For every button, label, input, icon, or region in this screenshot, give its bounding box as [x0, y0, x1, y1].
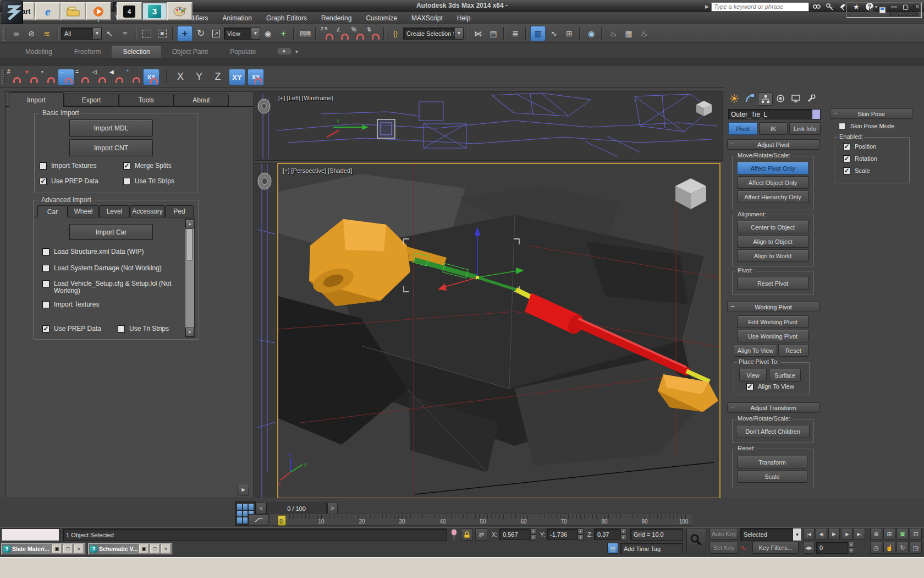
- zoom-icon[interactable]: ⊕: [870, 528, 882, 540]
- z-spinner[interactable]: ▲▼: [620, 528, 626, 540]
- toolbar-grip[interactable]: [2, 26, 6, 41]
- absolute-relative-toggle-icon[interactable]: ⇄: [475, 528, 487, 541]
- next-frame-button[interactable]: >: [327, 503, 338, 514]
- snap-face-center-icon[interactable]: ◀: [109, 69, 124, 84]
- restrict-x-button[interactable]: X: [173, 69, 188, 84]
- snap-xy-icon[interactable]: XY: [143, 69, 160, 85]
- select-object-icon[interactable]: ↖: [102, 26, 117, 41]
- taskbar-clock[interactable]: 13:29 07/12/2015: [889, 4, 918, 17]
- graphite-ribbon-toggle-icon[interactable]: ▥: [530, 26, 546, 41]
- adv-use-prep-data-checkbox[interactable]: ✓: [42, 325, 50, 332]
- maxscript-mini-listener[interactable]: [1, 528, 59, 541]
- paint-app-icon[interactable]: [167, 2, 193, 20]
- scroll-down-icon[interactable]: ▼: [185, 328, 194, 337]
- reset-pivot-button[interactable]: Reset Pivot: [737, 277, 809, 290]
- ik-mode-button[interactable]: IK: [759, 122, 788, 135]
- load-system-damage-checkbox[interactable]: [42, 265, 50, 272]
- play-animation-icon[interactable]: ▶: [828, 528, 840, 540]
- minimized-schematic-view[interactable]: Ӡ Schematic V... ▣ □ ×: [88, 543, 173, 555]
- rendered-frame-window-icon[interactable]: ▦: [622, 26, 636, 41]
- ribbon-tab-selection[interactable]: Selection: [112, 46, 161, 58]
- import-cnt-button[interactable]: Import CNT: [69, 139, 153, 156]
- default-tangents-icon[interactable]: ∿: [740, 544, 746, 552]
- close-window-icon[interactable]: ×: [74, 544, 84, 553]
- maximize-window-icon[interactable]: □: [150, 544, 160, 553]
- frame-spinner[interactable]: ▲▼: [848, 542, 854, 554]
- subscription-key-icon[interactable]: [824, 2, 835, 12]
- rotation-checkbox[interactable]: ✓: [843, 155, 850, 162]
- current-frame-field[interactable]: 0: [816, 542, 848, 554]
- adv-tab-accessory[interactable]: Accessory: [130, 205, 165, 217]
- tab-import[interactable]: Import: [9, 92, 64, 107]
- select-and-scale-icon[interactable]: ↗: [209, 26, 223, 41]
- add-time-tag[interactable]: Add Time Tag: [620, 543, 683, 554]
- affect-object-only-button[interactable]: Affect Object Only: [737, 176, 809, 189]
- center-to-object-button[interactable]: Center to Object: [737, 221, 809, 233]
- skin-pose-mode-checkbox[interactable]: [839, 123, 846, 130]
- zoom-region-icon[interactable]: ⊡: [910, 528, 922, 540]
- import-car-button[interactable]: Import Car: [69, 224, 153, 240]
- selection-filter-dropdown[interactable]: All ▼: [61, 28, 102, 40]
- prev-frame-button[interactable]: <: [256, 503, 266, 514]
- snap-grid-icon[interactable]: #: [7, 69, 22, 84]
- percent-snap-icon[interactable]: %: [351, 26, 365, 41]
- align-icon[interactable]: ▤: [486, 26, 501, 41]
- import-textures-checkbox[interactable]: [40, 162, 47, 170]
- reset-transform-button[interactable]: Transform: [737, 456, 807, 468]
- scroll-thumb[interactable]: [186, 228, 193, 260]
- mirror-icon[interactable]: ⋈: [471, 26, 485, 41]
- file-explorer-icon[interactable]: [61, 2, 86, 20]
- angle-snap-icon[interactable]: ∠: [336, 26, 350, 41]
- rectangular-selection-region-icon[interactable]: [140, 26, 154, 41]
- time-configuration-icon[interactable]: ◷: [870, 542, 882, 554]
- viewport-left-strip[interactable]: [255, 163, 277, 499]
- position-checkbox[interactable]: ✓: [843, 143, 850, 150]
- adv-import-textures-checkbox[interactable]: [42, 301, 50, 308]
- skin-pose-rollout[interactable]: –Skin Pose: [830, 108, 912, 119]
- adv-tab-car[interactable]: Car: [37, 205, 68, 217]
- keyboard-shortcut-override-icon[interactable]: ⌨: [298, 26, 312, 41]
- select-and-rotate-icon[interactable]: ↻: [194, 26, 208, 41]
- adjust-pivot-rollout[interactable]: –Adjust Pivot: [727, 139, 820, 150]
- spinner-snap-icon[interactable]: ⇅: [366, 26, 381, 41]
- z-coord-field[interactable]: 0.37: [594, 528, 620, 540]
- adv-tab-ped[interactable]: Ped: [165, 205, 194, 217]
- restrict-xy-plane-button[interactable]: XY: [229, 69, 245, 85]
- adv-use-tri-strips-checkbox[interactable]: [118, 325, 125, 332]
- y-coord-field[interactable]: -1.736: [547, 528, 578, 540]
- bind-to-space-warp-icon[interactable]: ≋: [40, 26, 54, 41]
- restrict-xy-snap-button[interactable]: XY: [248, 69, 264, 85]
- menu-animation[interactable]: Animation: [223, 14, 252, 22]
- go-to-end-icon[interactable]: ▶|: [854, 528, 865, 540]
- infocenter-expand-icon[interactable]: ▶: [705, 4, 709, 9]
- align-to-world-button[interactable]: Align to World: [737, 249, 809, 262]
- next-frame-icon[interactable]: |▶: [841, 528, 853, 540]
- layer-manager-icon[interactable]: ≣: [508, 26, 522, 41]
- motion-tab-icon[interactable]: [773, 92, 787, 105]
- utilities-tab-icon[interactable]: [804, 92, 818, 105]
- import-mdl-button[interactable]: Import MDL: [69, 119, 153, 137]
- reset-scale-button[interactable]: Scale: [737, 470, 807, 483]
- x-spinner[interactable]: ▲▼: [530, 528, 536, 540]
- selection-set-key-dropdown[interactable]: Selected ▼: [740, 528, 802, 541]
- snap-face-icon[interactable]: ◁: [92, 69, 107, 84]
- use-pivot-point-center-icon[interactable]: ◉: [261, 26, 275, 41]
- display-tab-icon[interactable]: [789, 92, 802, 105]
- load-structure-checkbox[interactable]: [42, 248, 50, 255]
- snap-endpoint-icon[interactable]: —: [58, 69, 74, 85]
- tab-tools[interactable]: Tools: [119, 94, 174, 106]
- search-icon[interactable]: [811, 2, 822, 12]
- snap-frozen-icon[interactable]: *: [126, 69, 141, 84]
- place-pivot-view-button[interactable]: View: [739, 369, 767, 381]
- snap-midpoint-icon[interactable]: =: [75, 69, 90, 84]
- use-tri-strips-checkbox[interactable]: [123, 178, 130, 185]
- restrict-z-button[interactable]: Z: [210, 69, 226, 84]
- orbit-icon[interactable]: ↻: [897, 542, 909, 554]
- tab-export[interactable]: Export: [64, 94, 119, 106]
- reference-coordinate-dropdown[interactable]: View ▼: [224, 28, 260, 40]
- affect-hierarchy-only-button[interactable]: Affect Hierarchy Only: [737, 190, 809, 203]
- viewport-left-wireframe[interactable]: [+] [Left] [Wireframe] Y: [255, 91, 723, 161]
- x-coord-field[interactable]: 0.567: [499, 528, 530, 540]
- edit-named-selection-sets-icon[interactable]: {}: [388, 26, 403, 41]
- media-player-icon[interactable]: [86, 2, 111, 20]
